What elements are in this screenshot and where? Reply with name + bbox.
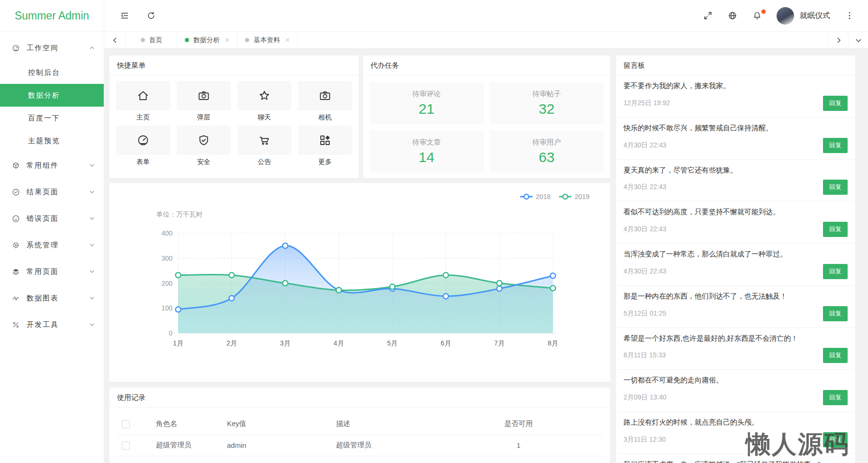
- fullscreen-icon[interactable]: [703, 10, 713, 21]
- tab[interactable]: 首页: [126, 32, 177, 48]
- sidebar-item[interactable]: 常用页面: [0, 258, 104, 285]
- sidebar-item[interactable]: 结果页面: [0, 179, 104, 205]
- message-text: 看似不可达到的高度，只要坚持不懈就可能到达。: [624, 207, 848, 217]
- gauge-icon: [136, 133, 150, 147]
- reply-button[interactable]: 回复: [823, 432, 848, 447]
- reply-button[interactable]: 回复: [823, 222, 848, 237]
- message-text: 路上没有灯火的时候，就点亮自己的头颅。: [624, 417, 848, 427]
- chevron-down-icon: [89, 242, 95, 248]
- tabs-scroll-right-button[interactable]: [828, 32, 848, 48]
- sidebar-subitem[interactable]: 数据分析: [0, 84, 104, 107]
- sidebar-group: 系统管理: [0, 232, 104, 258]
- column-header: 描述: [325, 413, 434, 435]
- tab-close-icon[interactable]: ×: [285, 36, 289, 45]
- sidebar-subitem[interactable]: 主题预览: [0, 129, 104, 152]
- svg-text:6月: 6月: [441, 339, 451, 347]
- tab-close-icon[interactable]: ×: [225, 36, 229, 45]
- reply-button[interactable]: 回复: [823, 96, 848, 111]
- message-item: 快乐的时候不敢尽兴，频繁警戒自己保持清醒。 4月30日 22:43 回复: [616, 118, 855, 160]
- tab-dot: [245, 38, 249, 42]
- sidebar-group: 常用页面: [0, 258, 104, 285]
- sidebar-item-label: 工作空间: [27, 44, 59, 53]
- reply-button[interactable]: 回复: [823, 180, 848, 195]
- chevron-down-icon: [89, 189, 95, 195]
- message-text: 夏天真的来了，尽管它还有些犹豫。: [624, 165, 848, 175]
- svg-text:单位：万千瓦时: 单位：万千瓦时: [156, 210, 203, 218]
- row-checkbox[interactable]: [122, 442, 130, 450]
- camera-icon: [197, 89, 211, 103]
- chevron-down-icon: [89, 215, 95, 222]
- quick-menu-item[interactable]: 聊天: [237, 81, 291, 122]
- sidebar-item-label: 结果页面: [27, 188, 59, 197]
- sidebar-item[interactable]: 常用组件: [0, 152, 104, 179]
- task-stat-label: 待审用户: [533, 138, 561, 147]
- svg-text:300: 300: [162, 254, 173, 262]
- quick-menu-item[interactable]: 安全: [177, 126, 231, 166]
- quick-menu-item[interactable]: 表单: [116, 126, 170, 166]
- message-text: 我们应该不虚度一生，应该能够说："我已经做了我能做的事。": [624, 459, 848, 463]
- task-grid: 待审评论 21 待审帖子 32 待审文章 14 待审用户 63: [363, 75, 610, 178]
- grid-more-icon: [318, 133, 332, 147]
- check-circle-icon: [11, 188, 20, 197]
- sidebar-item[interactable]: 数据图表: [0, 285, 104, 311]
- bell-icon[interactable]: [752, 10, 762, 21]
- globe-icon[interactable]: [727, 10, 738, 21]
- message-text: 要不要作为我的家人，搬来我家。: [624, 81, 848, 91]
- message-time: 4月30日 22:43: [624, 267, 666, 276]
- message-text: 那是一种内在的东西，他们到达不了，也无法触及！: [624, 291, 848, 301]
- main-content: 快捷菜单 主页 弹层 聊天 相机: [104, 49, 868, 463]
- usage-table: 角色名 Key值 描述 是否可用 超级管理员 admin 超级管理员 1: [116, 413, 604, 456]
- sidebar-item[interactable]: 开发工具: [0, 311, 104, 338]
- message-item: 当浑浊变成了一种常态，那么清白就成了一种罪过。 4月30日 22:43 回复: [616, 244, 855, 286]
- quick-menu-label: 聊天: [237, 113, 291, 122]
- sidebar-item-label: 数据图表: [27, 294, 59, 303]
- select-all-checkbox[interactable]: [122, 420, 130, 428]
- gauge-icon: [11, 44, 20, 53]
- sidebar-item[interactable]: 工作空间: [0, 35, 104, 61]
- table-header-row: 角色名 Key值 描述 是否可用: [116, 413, 604, 435]
- column-header: 是否可用: [434, 413, 604, 435]
- quick-menu-item[interactable]: 弹层: [177, 81, 231, 122]
- quick-menu-label: 表单: [116, 158, 170, 166]
- sidebar-item[interactable]: 系统管理: [0, 232, 104, 258]
- svg-text:8月: 8月: [548, 339, 558, 347]
- sidebar-group: 结果页面: [0, 179, 104, 205]
- quick-menu-item[interactable]: 公告: [237, 126, 291, 166]
- svg-text:2月: 2月: [226, 339, 237, 347]
- reply-button[interactable]: 回复: [823, 306, 848, 321]
- topbar: 就眠仪式: [104, 0, 868, 32]
- home-icon: [136, 89, 150, 103]
- message-time: 2月09日 13:40: [624, 393, 666, 402]
- avatar[interactable]: [777, 7, 794, 25]
- quick-menu-item[interactable]: 主页: [116, 81, 170, 122]
- sidebar-item-label: 错误页面: [27, 214, 59, 223]
- gear-icon: [11, 241, 20, 250]
- message-text: 当浑浊变成了一种常态，那么清白就成了一种罪过。: [624, 249, 848, 259]
- message-time: 12月25日 19:92: [624, 99, 670, 108]
- reply-button[interactable]: 回复: [823, 138, 848, 153]
- tab-label: 首页: [149, 36, 163, 45]
- user-menu[interactable]: 就眠仪式: [777, 7, 830, 25]
- tab[interactable]: 数据分析 ×: [177, 32, 237, 48]
- tabs-scroll-left-button[interactable]: [104, 32, 126, 48]
- tab[interactable]: 基本资料 ×: [237, 32, 298, 48]
- sidebar-subitem[interactable]: 百度一下: [0, 107, 104, 129]
- reply-button[interactable]: 回复: [823, 390, 848, 405]
- card-title: 留言板: [616, 55, 855, 75]
- tabs-menu-button[interactable]: [848, 32, 868, 48]
- reply-button[interactable]: 回复: [823, 348, 848, 363]
- message-time: 4月30日 22:43: [624, 141, 666, 150]
- more-vertical-icon[interactable]: [844, 10, 855, 21]
- quick-menu-item[interactable]: 更多: [298, 126, 352, 166]
- chevron-down-icon: [89, 268, 95, 275]
- refresh-icon[interactable]: [146, 10, 156, 21]
- sidebar-subitem[interactable]: 控制后台: [0, 61, 104, 84]
- collapse-icon[interactable]: [119, 10, 130, 21]
- tabbar: 首页 数据分析 × 基本资料 ×: [104, 32, 868, 49]
- sidebar-item[interactable]: 错误页面: [0, 205, 104, 232]
- sidebar-item-label: 开发工具: [27, 320, 59, 329]
- reply-button[interactable]: 回复: [823, 264, 848, 279]
- quick-menu-item[interactable]: 相机: [298, 81, 352, 122]
- task-stat-value: 21: [419, 101, 434, 117]
- chart-card: 01002003004001月2月3月4月5月6月7月8月单位：万千瓦时2018…: [109, 183, 610, 382]
